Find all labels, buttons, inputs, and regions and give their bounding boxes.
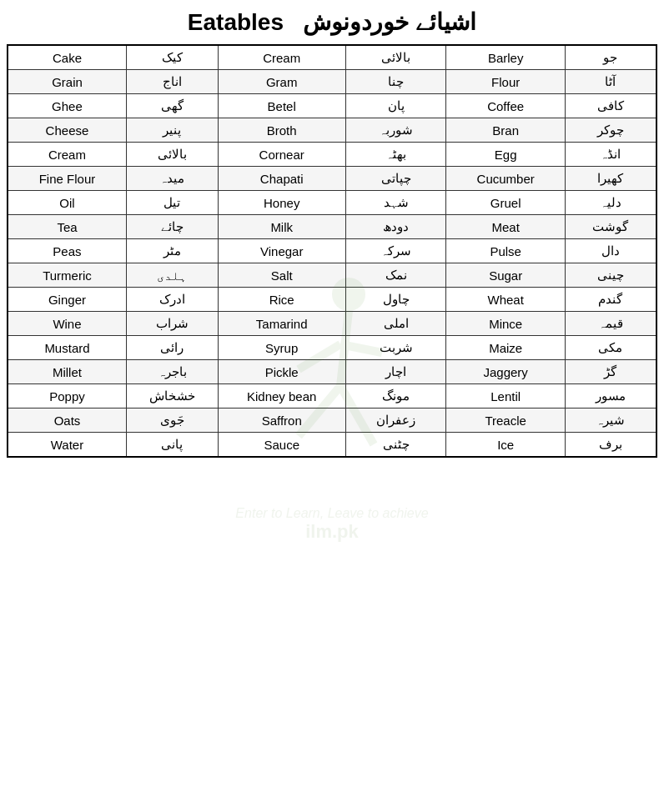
page-title: اشیائے خوردونوش Eatables: [7, 8, 657, 36]
cell-urdu-1: تیل: [126, 191, 218, 215]
cell-english-1: Peas: [8, 239, 126, 263]
cell-urdu-2: پان: [345, 94, 446, 118]
cell-urdu-3: برف: [565, 433, 656, 458]
title-english: Eatables: [188, 9, 284, 35]
table-row: GheeگھیBetelپانCoffeeکافی: [8, 94, 656, 118]
cell-urdu-2: بالائی: [345, 45, 446, 70]
table-row: MustardرائیSyrupشربتMaizeمکی: [8, 336, 656, 360]
cell-urdu-1: کیک: [126, 45, 218, 70]
cell-english-1: Turmeric: [8, 263, 126, 288]
table-row: TeaچائےMilkدودھMeatگوشت: [8, 215, 656, 239]
cell-english-2: Salt: [218, 263, 345, 288]
cell-urdu-2: زعفران: [345, 409, 446, 433]
cell-english-2: Milk: [218, 215, 345, 239]
table-row: OatsجَویSaffronزعفرانTreacleشیرہ: [8, 409, 656, 433]
cell-urdu-1: ہلدی: [126, 263, 218, 288]
cell-english-1: Oats: [8, 409, 126, 433]
cell-urdu-2: اچار: [345, 360, 446, 384]
cell-english-2: Chapati: [218, 167, 345, 191]
cell-urdu-2: بھٹہ: [345, 143, 446, 167]
cell-english-2: Betel: [218, 94, 345, 118]
cell-english-1: Tea: [8, 215, 126, 239]
cell-english-2: Gram: [218, 70, 345, 94]
cell-english-2: Sauce: [218, 433, 345, 458]
cell-english-2: Rice: [218, 288, 345, 312]
cell-urdu-3: انڈہ: [565, 143, 656, 167]
cell-urdu-1: شراب: [126, 312, 218, 336]
cell-english-3: Lentil: [446, 384, 565, 409]
cell-urdu-3: آٹا: [565, 70, 656, 94]
cell-urdu-2: دودھ: [345, 215, 446, 239]
table-row: GingerادرکRiceچاولWheatگندم: [8, 288, 656, 312]
cell-english-1: Cream: [8, 143, 126, 167]
cell-urdu-1: چائے: [126, 215, 218, 239]
cell-urdu-2: چٹنی: [345, 433, 446, 458]
cell-urdu-3: گندم: [565, 288, 656, 312]
cell-urdu-2: املی: [345, 312, 446, 336]
cell-urdu-3: قیمہ: [565, 312, 656, 336]
cell-urdu-1: رائی: [126, 336, 218, 360]
cell-urdu-3: چینی: [565, 263, 656, 288]
cell-english-2: Saffron: [218, 409, 345, 433]
cell-english-3: Flour: [446, 70, 565, 94]
eatables-table: CakeکیکCreamبالائیBarleyجوGrainاناجGramچ…: [7, 44, 657, 458]
cell-urdu-1: مٹر: [126, 239, 218, 263]
cell-english-1: Mustard: [8, 336, 126, 360]
table-row: PoppyخشخاشKidney beanمونگLentilمسور: [8, 384, 656, 409]
cell-english-3: Ice: [446, 433, 565, 458]
cell-english-1: Cheese: [8, 118, 126, 143]
table-row: CheeseپنیرBrothشوربہBranچوکر: [8, 118, 656, 143]
cell-english-2: Kidney bean: [218, 384, 345, 409]
cell-english-2: Syrup: [218, 336, 345, 360]
cell-english-3: Gruel: [446, 191, 565, 215]
title-urdu: اشیائے خوردونوش: [303, 9, 476, 35]
cell-english-3: Treacle: [446, 409, 565, 433]
cell-urdu-3: کھیرا: [565, 167, 656, 191]
cell-urdu-2: چپاتی: [345, 167, 446, 191]
cell-english-1: Ghee: [8, 94, 126, 118]
cell-english-2: Vinegar: [218, 239, 345, 263]
table-row: Fine FlourمیدہChapatiچپاتیCucumberکھیرا: [8, 167, 656, 191]
cell-urdu-1: اناج: [126, 70, 218, 94]
cell-urdu-2: چاول: [345, 288, 446, 312]
table-row: OilتیلHoneyشہدGruelدلیہ: [8, 191, 656, 215]
table-row: CreamبالائیCornearبھٹہEggانڈہ: [8, 143, 656, 167]
cell-english-3: Egg: [446, 143, 565, 167]
cell-english-2: Pickle: [218, 360, 345, 384]
cell-urdu-1: جَوی: [126, 409, 218, 433]
cell-english-3: Jaggery: [446, 360, 565, 384]
cell-urdu-3: دلیہ: [565, 191, 656, 215]
table-row: CakeکیکCreamبالائیBarleyجو: [8, 45, 656, 70]
table-row: GrainاناجGramچناFlourآٹا: [8, 70, 656, 94]
table-row: TurmericہلدیSaltنمکSugarچینی: [8, 263, 656, 288]
cell-english-3: Cucumber: [446, 167, 565, 191]
cell-urdu-1: ادرک: [126, 288, 218, 312]
cell-urdu-1: گھی: [126, 94, 218, 118]
cell-urdu-2: مونگ: [345, 384, 446, 409]
cell-urdu-3: شیرہ: [565, 409, 656, 433]
cell-english-3: Maize: [446, 336, 565, 360]
cell-english-1: Water: [8, 433, 126, 458]
cell-english-3: Mince: [446, 312, 565, 336]
cell-urdu-3: جو: [565, 45, 656, 70]
table-row: PeasمٹرVinegarسرکہPulseدال: [8, 239, 656, 263]
cell-english-1: Cake: [8, 45, 126, 70]
cell-urdu-3: مکی: [565, 336, 656, 360]
cell-english-3: Sugar: [446, 263, 565, 288]
cell-english-1: Grain: [8, 70, 126, 94]
cell-english-3: Coffee: [446, 94, 565, 118]
cell-english-1: Fine Flour: [8, 167, 126, 191]
cell-urdu-2: شوربہ: [345, 118, 446, 143]
cell-urdu-1: پنیر: [126, 118, 218, 143]
cell-english-1: Poppy: [8, 384, 126, 409]
cell-english-1: Millet: [8, 360, 126, 384]
cell-urdu-1: بالائی: [126, 143, 218, 167]
cell-english-2: Broth: [218, 118, 345, 143]
cell-urdu-1: پانی: [126, 433, 218, 458]
cell-urdu-3: گوشت: [565, 215, 656, 239]
cell-urdu-2: نمک: [345, 263, 446, 288]
cell-urdu-2: شربت: [345, 336, 446, 360]
table-row: MilletباجرہPickleاچارJaggeryگڑ: [8, 360, 656, 384]
cell-english-3: Meat: [446, 215, 565, 239]
cell-english-3: Pulse: [446, 239, 565, 263]
